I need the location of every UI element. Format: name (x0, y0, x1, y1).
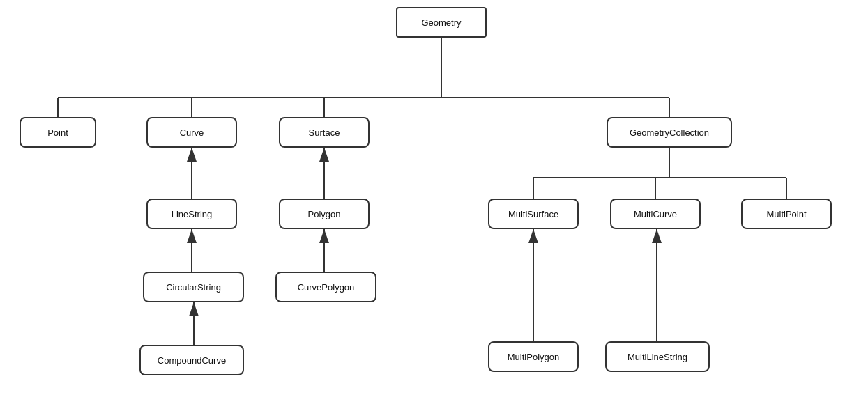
diagram: Geometry Point Curve Surtace GeometryCol… (0, 0, 868, 404)
point-node: Point (20, 117, 96, 148)
curve-node: Curve (146, 117, 237, 148)
circularstring-node: CircularString (143, 272, 244, 302)
multicurve-node: MultiCurve (610, 199, 701, 229)
multisurface-node: MultiSurface (488, 199, 579, 229)
polygon-node: Polygon (279, 199, 370, 229)
curvepolygon-node: CurvePolygon (275, 272, 376, 302)
geometry-node: Geometry (396, 7, 487, 38)
surface-node: Surtace (279, 117, 370, 148)
geometrycollection-node: GeometryCollection (607, 117, 732, 148)
multipolygon-node: MultiPolygon (488, 341, 579, 372)
multilinestring-node: MultiLineString (605, 341, 710, 372)
compoundcurve-node: CompoundCurve (139, 345, 244, 375)
multipoint-node: MultiPoint (741, 199, 832, 229)
linestring-node: LineString (146, 199, 237, 229)
